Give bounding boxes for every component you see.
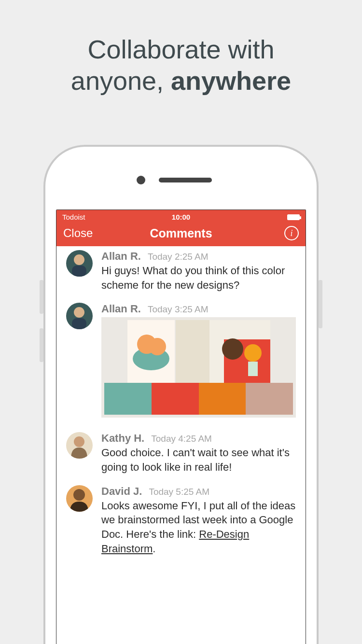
color-swatch [104, 383, 152, 415]
comment-author: David J. [101, 485, 142, 498]
comment-time: Today 3:25 AM [148, 304, 209, 315]
comment-time: Today 5:25 AM [149, 487, 209, 497]
comment-body: Allan R. Today 2:25 AM Hi guys! What do … [101, 250, 296, 292]
marketing-headline: Collaborate with anyone, anywhere [0, 34, 362, 97]
status-carrier: Todoist [62, 213, 141, 221]
nav-title: Comments [142, 226, 221, 240]
attachment-swatches [104, 383, 293, 415]
phone-side-button [319, 280, 322, 328]
phone-speaker [159, 178, 212, 182]
comment-item: Allan R. Today 2:25 AM Hi guys! What do … [66, 250, 296, 292]
svg-point-9 [149, 338, 166, 355]
svg-rect-5 [72, 318, 86, 329]
headline-line2b: anywhere [171, 66, 291, 95]
attachment-photo [127, 320, 175, 383]
attachment-photos [104, 320, 293, 383]
nav-bar: Close Comments i [56, 222, 306, 246]
phone-side-button [40, 328, 43, 362]
svg-point-4 [74, 307, 84, 318]
phone-camera [137, 176, 145, 184]
phone-side-button [40, 280, 43, 314]
comments-list[interactable]: Allan R. Today 2:25 AM Hi guys! What do … [56, 246, 306, 556]
svg-point-14 [244, 344, 262, 362]
avatar[interactable] [66, 250, 93, 277]
svg-point-13 [222, 338, 243, 360]
svg-point-1 [74, 254, 84, 265]
color-swatch [152, 383, 199, 415]
comment-item: Allan R. Today 3:25 AM [66, 303, 296, 418]
status-bar: Todoist 10:00 [56, 210, 306, 222]
comment-body: David J. Today 5:25 AM Looks awesome FYI… [101, 485, 296, 556]
comment-item: Kathy H. Today 4:25 AM Good choice. I ca… [66, 432, 296, 474]
comment-attachment[interactable] [101, 317, 296, 418]
info-icon[interactable]: i [284, 226, 299, 240]
phone-mockup: Todoist 10:00 Close Comments i [43, 145, 319, 644]
comment-body: Kathy H. Today 4:25 AM Good choice. I ca… [101, 432, 296, 474]
comment-author: Kathy H. [101, 432, 144, 445]
screen: Todoist 10:00 Close Comments i [56, 210, 306, 644]
svg-point-17 [74, 436, 84, 447]
color-swatch [199, 383, 246, 415]
svg-point-19 [73, 489, 85, 501]
headline-line1: Collaborate with [87, 35, 274, 64]
comment-meta: Kathy H. Today 4:25 AM [101, 432, 296, 445]
close-button[interactable]: Close [63, 226, 142, 240]
headline-line2a: anyone, [71, 66, 171, 95]
svg-rect-12 [176, 320, 209, 383]
avatar[interactable] [66, 485, 93, 512]
phone-speaker-row [42, 176, 306, 184]
status-battery [221, 214, 300, 220]
comment-text: Good choice. I can't wait to see what it… [101, 446, 296, 474]
color-swatch [246, 383, 293, 415]
comment-time: Today 4:25 AM [151, 434, 212, 444]
comment-author: Allan R. [101, 303, 141, 315]
comment-text-suffix: . [153, 543, 155, 555]
svg-rect-2 [72, 266, 86, 277]
comment-text: Hi guys! What do you think of this color… [101, 264, 296, 292]
comment-body: Allan R. Today 3:25 AM [101, 303, 296, 418]
status-clock: 10:00 [141, 213, 221, 221]
comment-author: Allan R. [101, 250, 141, 263]
battery-icon [287, 214, 300, 220]
comment-meta: David J. Today 5:25 AM [101, 485, 296, 498]
attachment-photo [176, 320, 270, 383]
comment-text: Looks awesome FYI, I put all of the idea… [101, 499, 296, 556]
comment-meta: Allan R. Today 3:25 AM [101, 303, 296, 315]
avatar[interactable] [66, 432, 93, 459]
avatar[interactable] [66, 303, 93, 329]
comment-time: Today 2:25 AM [148, 252, 209, 262]
phone-frame: Todoist 10:00 Close Comments i [43, 145, 319, 644]
comment-meta: Allan R. Today 2:25 AM [101, 250, 296, 263]
nav-info-wrap: i [220, 226, 299, 240]
svg-rect-15 [248, 362, 258, 376]
comment-item: David J. Today 5:25 AM Looks awesome FYI… [66, 485, 296, 556]
